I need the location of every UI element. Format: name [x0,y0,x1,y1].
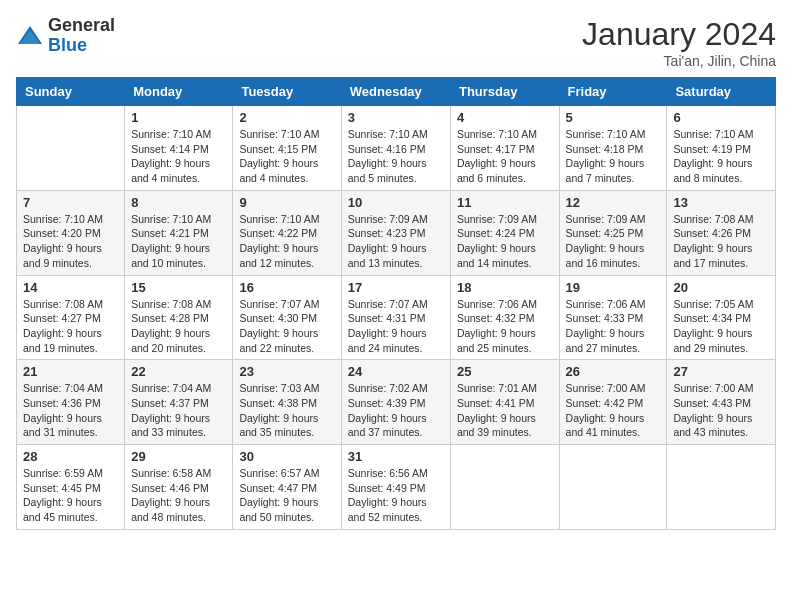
day-cell: 17Sunrise: 7:07 AMSunset: 4:31 PMDayligh… [341,275,450,360]
weekday-header-wednesday: Wednesday [341,78,450,106]
day-info: Sunrise: 7:10 AMSunset: 4:21 PMDaylight:… [131,212,226,271]
day-number: 2 [239,110,334,125]
day-info: Sunrise: 7:10 AMSunset: 4:16 PMDaylight:… [348,127,444,186]
day-number: 19 [566,280,661,295]
day-cell: 20Sunrise: 7:05 AMSunset: 4:34 PMDayligh… [667,275,776,360]
day-info: Sunrise: 7:00 AMSunset: 4:42 PMDaylight:… [566,381,661,440]
day-info: Sunrise: 7:09 AMSunset: 4:25 PMDaylight:… [566,212,661,271]
logo-general: General [48,16,115,36]
day-number: 17 [348,280,444,295]
day-number: 20 [673,280,769,295]
day-cell: 2Sunrise: 7:10 AMSunset: 4:15 PMDaylight… [233,106,341,191]
day-cell: 1Sunrise: 7:10 AMSunset: 4:14 PMDaylight… [125,106,233,191]
day-number: 12 [566,195,661,210]
day-number: 7 [23,195,118,210]
day-number: 29 [131,449,226,464]
day-cell: 22Sunrise: 7:04 AMSunset: 4:37 PMDayligh… [125,360,233,445]
day-number: 21 [23,364,118,379]
weekday-header-friday: Friday [559,78,667,106]
day-info: Sunrise: 7:07 AMSunset: 4:30 PMDaylight:… [239,297,334,356]
day-number: 22 [131,364,226,379]
day-number: 25 [457,364,553,379]
week-row-4: 21Sunrise: 7:04 AMSunset: 4:36 PMDayligh… [17,360,776,445]
weekday-header-sunday: Sunday [17,78,125,106]
day-number: 4 [457,110,553,125]
day-number: 18 [457,280,553,295]
day-cell: 24Sunrise: 7:02 AMSunset: 4:39 PMDayligh… [341,360,450,445]
weekday-header-monday: Monday [125,78,233,106]
day-info: Sunrise: 7:01 AMSunset: 4:41 PMDaylight:… [457,381,553,440]
day-info: Sunrise: 7:10 AMSunset: 4:19 PMDaylight:… [673,127,769,186]
day-info: Sunrise: 7:09 AMSunset: 4:24 PMDaylight:… [457,212,553,271]
day-number: 13 [673,195,769,210]
day-number: 27 [673,364,769,379]
day-cell [450,445,559,530]
day-cell: 3Sunrise: 7:10 AMSunset: 4:16 PMDaylight… [341,106,450,191]
day-number: 1 [131,110,226,125]
weekday-header-thursday: Thursday [450,78,559,106]
day-cell: 14Sunrise: 7:08 AMSunset: 4:27 PMDayligh… [17,275,125,360]
day-cell: 7Sunrise: 7:10 AMSunset: 4:20 PMDaylight… [17,190,125,275]
day-info: Sunrise: 7:08 AMSunset: 4:26 PMDaylight:… [673,212,769,271]
day-cell: 15Sunrise: 7:08 AMSunset: 4:28 PMDayligh… [125,275,233,360]
page-header: General Blue January 2024 Tai'an, Jilin,… [16,16,776,69]
day-cell: 8Sunrise: 7:10 AMSunset: 4:21 PMDaylight… [125,190,233,275]
month-title: January 2024 [582,16,776,53]
day-info: Sunrise: 6:56 AMSunset: 4:49 PMDaylight:… [348,466,444,525]
day-info: Sunrise: 7:08 AMSunset: 4:28 PMDaylight:… [131,297,226,356]
day-cell: 9Sunrise: 7:10 AMSunset: 4:22 PMDaylight… [233,190,341,275]
day-number: 3 [348,110,444,125]
day-cell: 6Sunrise: 7:10 AMSunset: 4:19 PMDaylight… [667,106,776,191]
day-info: Sunrise: 7:07 AMSunset: 4:31 PMDaylight:… [348,297,444,356]
weekday-header-tuesday: Tuesday [233,78,341,106]
week-row-3: 14Sunrise: 7:08 AMSunset: 4:27 PMDayligh… [17,275,776,360]
day-info: Sunrise: 7:05 AMSunset: 4:34 PMDaylight:… [673,297,769,356]
day-cell: 30Sunrise: 6:57 AMSunset: 4:47 PMDayligh… [233,445,341,530]
day-info: Sunrise: 7:00 AMSunset: 4:43 PMDaylight:… [673,381,769,440]
day-info: Sunrise: 7:10 AMSunset: 4:17 PMDaylight:… [457,127,553,186]
day-number: 23 [239,364,334,379]
day-info: Sunrise: 7:10 AMSunset: 4:18 PMDaylight:… [566,127,661,186]
day-info: Sunrise: 7:10 AMSunset: 4:14 PMDaylight:… [131,127,226,186]
week-row-1: 1Sunrise: 7:10 AMSunset: 4:14 PMDaylight… [17,106,776,191]
day-cell: 21Sunrise: 7:04 AMSunset: 4:36 PMDayligh… [17,360,125,445]
logo-icon [16,22,44,50]
day-cell: 13Sunrise: 7:08 AMSunset: 4:26 PMDayligh… [667,190,776,275]
day-cell: 5Sunrise: 7:10 AMSunset: 4:18 PMDaylight… [559,106,667,191]
day-cell: 29Sunrise: 6:58 AMSunset: 4:46 PMDayligh… [125,445,233,530]
day-info: Sunrise: 7:02 AMSunset: 4:39 PMDaylight:… [348,381,444,440]
weekday-header-row: SundayMondayTuesdayWednesdayThursdayFrid… [17,78,776,106]
day-number: 5 [566,110,661,125]
day-number: 28 [23,449,118,464]
calendar-table: SundayMondayTuesdayWednesdayThursdayFrid… [16,77,776,530]
day-cell [17,106,125,191]
day-cell: 27Sunrise: 7:00 AMSunset: 4:43 PMDayligh… [667,360,776,445]
day-cell: 16Sunrise: 7:07 AMSunset: 4:30 PMDayligh… [233,275,341,360]
day-number: 6 [673,110,769,125]
location: Tai'an, Jilin, China [582,53,776,69]
day-cell: 23Sunrise: 7:03 AMSunset: 4:38 PMDayligh… [233,360,341,445]
week-row-5: 28Sunrise: 6:59 AMSunset: 4:45 PMDayligh… [17,445,776,530]
day-info: Sunrise: 6:58 AMSunset: 4:46 PMDaylight:… [131,466,226,525]
logo: General Blue [16,16,115,56]
logo-blue: Blue [48,36,115,56]
day-cell: 18Sunrise: 7:06 AMSunset: 4:32 PMDayligh… [450,275,559,360]
day-cell: 19Sunrise: 7:06 AMSunset: 4:33 PMDayligh… [559,275,667,360]
day-cell [559,445,667,530]
day-info: Sunrise: 7:06 AMSunset: 4:33 PMDaylight:… [566,297,661,356]
day-cell: 10Sunrise: 7:09 AMSunset: 4:23 PMDayligh… [341,190,450,275]
day-cell [667,445,776,530]
logo-text: General Blue [48,16,115,56]
day-info: Sunrise: 7:10 AMSunset: 4:15 PMDaylight:… [239,127,334,186]
day-number: 30 [239,449,334,464]
day-info: Sunrise: 7:04 AMSunset: 4:36 PMDaylight:… [23,381,118,440]
day-number: 14 [23,280,118,295]
day-cell: 4Sunrise: 7:10 AMSunset: 4:17 PMDaylight… [450,106,559,191]
day-number: 10 [348,195,444,210]
day-info: Sunrise: 7:03 AMSunset: 4:38 PMDaylight:… [239,381,334,440]
day-info: Sunrise: 7:10 AMSunset: 4:20 PMDaylight:… [23,212,118,271]
day-number: 26 [566,364,661,379]
day-cell: 31Sunrise: 6:56 AMSunset: 4:49 PMDayligh… [341,445,450,530]
day-cell: 12Sunrise: 7:09 AMSunset: 4:25 PMDayligh… [559,190,667,275]
day-info: Sunrise: 6:57 AMSunset: 4:47 PMDaylight:… [239,466,334,525]
